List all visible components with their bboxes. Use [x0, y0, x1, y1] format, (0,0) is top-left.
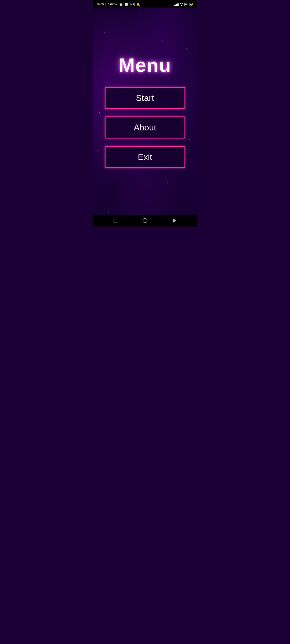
nav-bar — [93, 215, 197, 226]
buttons-container: Start About Exit — [98, 87, 192, 168]
charging-icon: ⚡ — [190, 3, 194, 6]
back-icon — [173, 218, 176, 223]
menu-title: Menu — [119, 54, 171, 76]
start-button[interactable]: Start — [105, 87, 185, 109]
recent-apps-button[interactable] — [112, 217, 119, 224]
notification-icon: 🔔 — [136, 3, 140, 6]
clock-icon: 🕐 — [125, 3, 128, 6]
signal-bar-4 — [177, 3, 178, 6]
status-bar: 16:05 | 0,0К6/с ⏰ 🕐 MR 🔔 — [93, 0, 197, 8]
signal-bar-2 — [175, 5, 176, 6]
battery-fill — [185, 3, 187, 5]
signal-bar-3 — [176, 4, 177, 6]
status-separator: | — [106, 3, 106, 6]
battery-container: ⚡ — [184, 3, 194, 6]
signal-bar-5 — [178, 3, 179, 6]
home-icon — [143, 218, 147, 223]
status-left: 16:05 | 0,0К6/с ⏰ 🕐 MR 🔔 — [96, 3, 140, 6]
signal-bar-1 — [174, 5, 175, 6]
status-time: 16:05 — [96, 3, 104, 6]
status-data-speed: 0,0К6/с — [108, 3, 117, 6]
alarm-icon: ⏰ — [119, 3, 123, 6]
back-button[interactable] — [171, 217, 178, 224]
exit-button[interactable]: Exit — [105, 146, 185, 168]
about-button[interactable]: About — [105, 116, 185, 138]
wifi-icon — [180, 3, 183, 6]
mr-badge: MR — [130, 3, 135, 6]
recent-apps-icon — [114, 219, 117, 222]
battery-icon — [184, 3, 190, 6]
home-button[interactable] — [141, 217, 149, 224]
main-content: Menu Start About Exit — [93, 8, 197, 215]
signal-bars — [174, 3, 179, 6]
status-right: ⚡ — [174, 3, 194, 6]
